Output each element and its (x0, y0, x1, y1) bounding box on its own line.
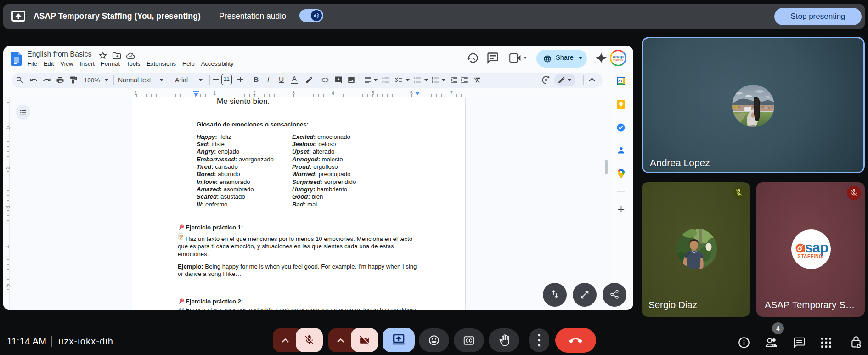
svg-text:31: 31 (618, 79, 623, 83)
svg-text:STAFFING: STAFFING (798, 253, 823, 259)
